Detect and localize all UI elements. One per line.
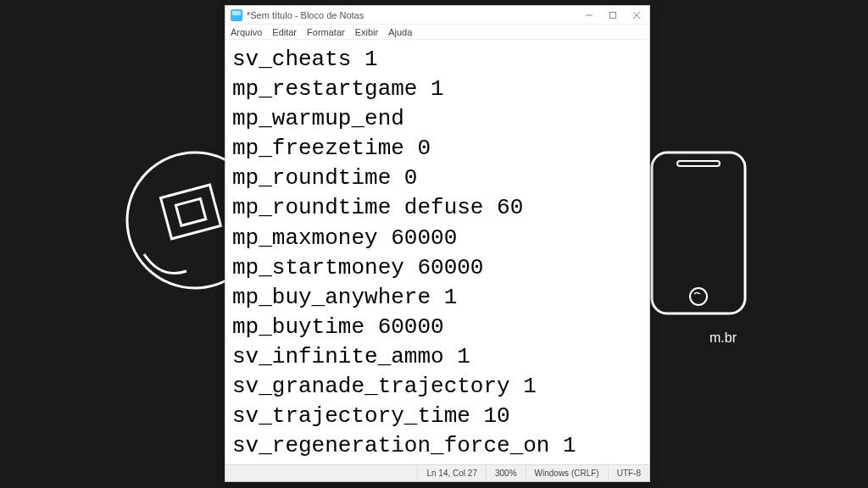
status-encoding: UTF-8 [608, 465, 649, 481]
svg-rect-2 [175, 199, 205, 226]
menu-view[interactable]: Exibir [355, 27, 379, 37]
window-title: *Sem título - Bloco de Notas [247, 10, 583, 20]
notepad-window: *Sem título - Bloco de Notas Arquivo Edi… [225, 5, 650, 482]
background-phone-icon [648, 148, 749, 318]
menu-format[interactable]: Formatar [307, 27, 345, 37]
status-line-ending: Windows (CRLF) [526, 465, 608, 481]
menu-file[interactable]: Arquivo [231, 27, 262, 37]
window-controls [583, 9, 643, 21]
text-editor[interactable]: sv_cheats 1 mp_restartgame 1 mp_warmup_e… [225, 40, 649, 464]
menu-help[interactable]: Ajuda [388, 27, 412, 37]
background-domain-text: m.br [709, 330, 737, 346]
close-button[interactable] [631, 9, 643, 21]
maximize-button[interactable] [607, 9, 619, 21]
titlebar: *Sem título - Bloco de Notas [225, 6, 649, 25]
svg-rect-4 [677, 161, 720, 166]
svg-point-5 [690, 288, 707, 305]
svg-rect-3 [652, 152, 745, 313]
notepad-icon [231, 9, 242, 21]
svg-rect-1 [161, 185, 221, 239]
minimize-button[interactable] [583, 9, 595, 21]
svg-rect-7 [610, 12, 616, 18]
status-position: Ln 14, Col 27 [417, 465, 486, 481]
status-zoom: 300% [486, 465, 526, 481]
menu-edit[interactable]: Editar [272, 27, 297, 37]
statusbar: Ln 14, Col 27 300% Windows (CRLF) UTF-8 [225, 464, 649, 481]
menubar: Arquivo Editar Formatar Exibir Ajuda [225, 25, 649, 40]
